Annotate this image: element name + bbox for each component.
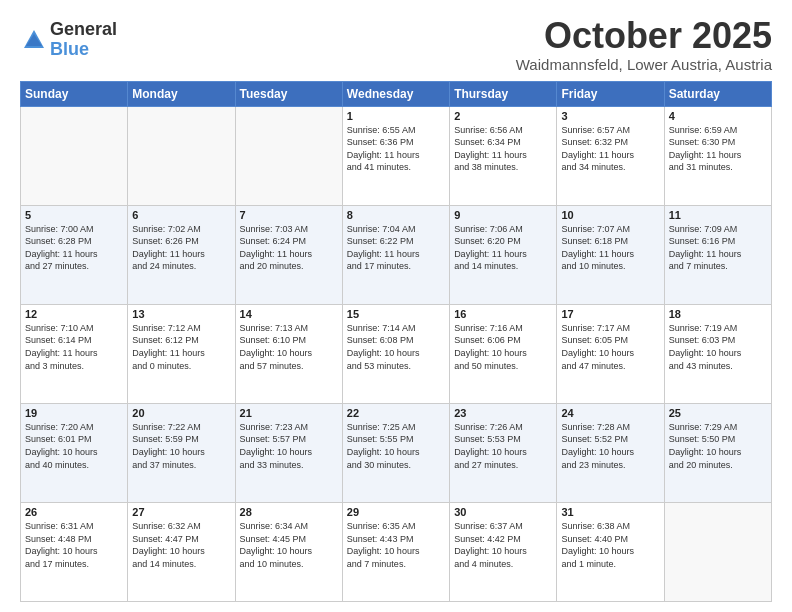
day-cell [21,106,128,205]
day-info: Sunrise: 7:04 AM Sunset: 6:22 PM Dayligh… [347,223,445,273]
day-info: Sunrise: 7:20 AM Sunset: 6:01 PM Dayligh… [25,421,123,471]
day-cell: 23Sunrise: 7:26 AM Sunset: 5:53 PM Dayli… [450,403,557,502]
day-cell: 18Sunrise: 7:19 AM Sunset: 6:03 PM Dayli… [664,304,771,403]
day-number: 22 [347,407,445,419]
day-number: 15 [347,308,445,320]
day-cell: 21Sunrise: 7:23 AM Sunset: 5:57 PM Dayli… [235,403,342,502]
day-cell: 8Sunrise: 7:04 AM Sunset: 6:22 PM Daylig… [342,205,449,304]
day-number: 10 [561,209,659,221]
day-number: 17 [561,308,659,320]
day-cell: 14Sunrise: 7:13 AM Sunset: 6:10 PM Dayli… [235,304,342,403]
day-info: Sunrise: 7:07 AM Sunset: 6:18 PM Dayligh… [561,223,659,273]
day-info: Sunrise: 7:03 AM Sunset: 6:24 PM Dayligh… [240,223,338,273]
day-info: Sunrise: 7:29 AM Sunset: 5:50 PM Dayligh… [669,421,767,471]
day-cell [664,502,771,601]
day-cell: 30Sunrise: 6:37 AM Sunset: 4:42 PM Dayli… [450,502,557,601]
day-info: Sunrise: 6:34 AM Sunset: 4:45 PM Dayligh… [240,520,338,570]
page: General Blue October 2025 Waidmannsfeld,… [0,0,792,612]
day-number: 21 [240,407,338,419]
day-cell: 28Sunrise: 6:34 AM Sunset: 4:45 PM Dayli… [235,502,342,601]
day-number: 6 [132,209,230,221]
day-info: Sunrise: 7:17 AM Sunset: 6:05 PM Dayligh… [561,322,659,372]
logo-icon [20,26,48,54]
day-number: 9 [454,209,552,221]
day-info: Sunrise: 6:57 AM Sunset: 6:32 PM Dayligh… [561,124,659,174]
logo: General Blue [20,20,117,60]
day-cell: 12Sunrise: 7:10 AM Sunset: 6:14 PM Dayli… [21,304,128,403]
day-number: 14 [240,308,338,320]
day-cell: 4Sunrise: 6:59 AM Sunset: 6:30 PM Daylig… [664,106,771,205]
header: General Blue October 2025 Waidmannsfeld,… [20,16,772,73]
day-number: 28 [240,506,338,518]
day-cell: 6Sunrise: 7:02 AM Sunset: 6:26 PM Daylig… [128,205,235,304]
day-info: Sunrise: 6:37 AM Sunset: 4:42 PM Dayligh… [454,520,552,570]
day-cell: 9Sunrise: 7:06 AM Sunset: 6:20 PM Daylig… [450,205,557,304]
day-cell: 27Sunrise: 6:32 AM Sunset: 4:47 PM Dayli… [128,502,235,601]
day-number: 27 [132,506,230,518]
day-number: 26 [25,506,123,518]
week-row: 5Sunrise: 7:00 AM Sunset: 6:28 PM Daylig… [21,205,772,304]
day-cell: 7Sunrise: 7:03 AM Sunset: 6:24 PM Daylig… [235,205,342,304]
day-info: Sunrise: 7:00 AM Sunset: 6:28 PM Dayligh… [25,223,123,273]
day-number: 16 [454,308,552,320]
day-cell: 11Sunrise: 7:09 AM Sunset: 6:16 PM Dayli… [664,205,771,304]
day-cell: 10Sunrise: 7:07 AM Sunset: 6:18 PM Dayli… [557,205,664,304]
header-row: SundayMondayTuesdayWednesdayThursdayFrid… [21,81,772,106]
day-number: 1 [347,110,445,122]
day-number: 29 [347,506,445,518]
day-info: Sunrise: 7:23 AM Sunset: 5:57 PM Dayligh… [240,421,338,471]
day-info: Sunrise: 7:14 AM Sunset: 6:08 PM Dayligh… [347,322,445,372]
logo-blue-text: Blue [50,40,117,60]
day-cell: 15Sunrise: 7:14 AM Sunset: 6:08 PM Dayli… [342,304,449,403]
day-info: Sunrise: 7:10 AM Sunset: 6:14 PM Dayligh… [25,322,123,372]
weekday-header: Wednesday [342,81,449,106]
day-cell: 31Sunrise: 6:38 AM Sunset: 4:40 PM Dayli… [557,502,664,601]
day-number: 18 [669,308,767,320]
day-info: Sunrise: 7:02 AM Sunset: 6:26 PM Dayligh… [132,223,230,273]
day-cell: 26Sunrise: 6:31 AM Sunset: 4:48 PM Dayli… [21,502,128,601]
day-number: 4 [669,110,767,122]
day-info: Sunrise: 7:22 AM Sunset: 5:59 PM Dayligh… [132,421,230,471]
day-cell: 24Sunrise: 7:28 AM Sunset: 5:52 PM Dayli… [557,403,664,502]
day-info: Sunrise: 6:55 AM Sunset: 6:36 PM Dayligh… [347,124,445,174]
day-number: 11 [669,209,767,221]
title-block: October 2025 Waidmannsfeld, Lower Austri… [516,16,772,73]
month-title: October 2025 [516,16,772,56]
day-number: 3 [561,110,659,122]
day-number: 23 [454,407,552,419]
day-cell: 1Sunrise: 6:55 AM Sunset: 6:36 PM Daylig… [342,106,449,205]
day-number: 25 [669,407,767,419]
day-info: Sunrise: 7:16 AM Sunset: 6:06 PM Dayligh… [454,322,552,372]
calendar: SundayMondayTuesdayWednesdayThursdayFrid… [20,81,772,602]
day-cell [128,106,235,205]
day-cell: 16Sunrise: 7:16 AM Sunset: 6:06 PM Dayli… [450,304,557,403]
day-info: Sunrise: 7:12 AM Sunset: 6:12 PM Dayligh… [132,322,230,372]
day-info: Sunrise: 7:28 AM Sunset: 5:52 PM Dayligh… [561,421,659,471]
day-info: Sunrise: 6:38 AM Sunset: 4:40 PM Dayligh… [561,520,659,570]
day-info: Sunrise: 7:06 AM Sunset: 6:20 PM Dayligh… [454,223,552,273]
day-cell: 29Sunrise: 6:35 AM Sunset: 4:43 PM Dayli… [342,502,449,601]
day-cell [235,106,342,205]
day-number: 19 [25,407,123,419]
day-number: 7 [240,209,338,221]
day-cell: 13Sunrise: 7:12 AM Sunset: 6:12 PM Dayli… [128,304,235,403]
week-row: 12Sunrise: 7:10 AM Sunset: 6:14 PM Dayli… [21,304,772,403]
svg-marker-1 [26,34,42,46]
day-cell: 25Sunrise: 7:29 AM Sunset: 5:50 PM Dayli… [664,403,771,502]
day-cell: 17Sunrise: 7:17 AM Sunset: 6:05 PM Dayli… [557,304,664,403]
day-number: 24 [561,407,659,419]
day-cell: 2Sunrise: 6:56 AM Sunset: 6:34 PM Daylig… [450,106,557,205]
weekday-header: Sunday [21,81,128,106]
weekday-header: Thursday [450,81,557,106]
weekday-header: Monday [128,81,235,106]
day-info: Sunrise: 7:26 AM Sunset: 5:53 PM Dayligh… [454,421,552,471]
weekday-header: Tuesday [235,81,342,106]
day-info: Sunrise: 6:59 AM Sunset: 6:30 PM Dayligh… [669,124,767,174]
day-number: 8 [347,209,445,221]
day-info: Sunrise: 6:35 AM Sunset: 4:43 PM Dayligh… [347,520,445,570]
day-info: Sunrise: 7:09 AM Sunset: 6:16 PM Dayligh… [669,223,767,273]
day-cell: 19Sunrise: 7:20 AM Sunset: 6:01 PM Dayli… [21,403,128,502]
day-cell: 3Sunrise: 6:57 AM Sunset: 6:32 PM Daylig… [557,106,664,205]
day-info: Sunrise: 7:19 AM Sunset: 6:03 PM Dayligh… [669,322,767,372]
day-number: 5 [25,209,123,221]
